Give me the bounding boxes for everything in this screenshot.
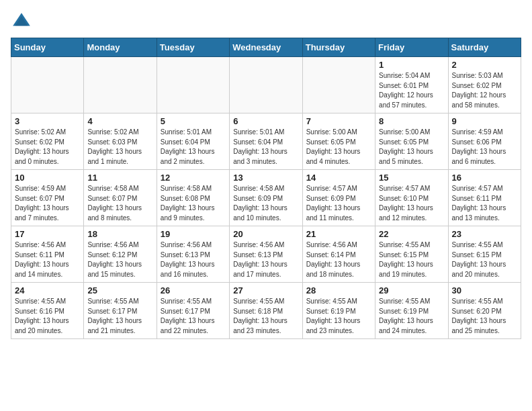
day-info: Sunrise: 4:55 AM Sunset: 6:19 PM Dayligh…: [379, 297, 444, 336]
day-number: 2: [452, 60, 517, 70]
calendar-cell: 28Sunrise: 4:55 AM Sunset: 6:19 PM Dayli…: [302, 283, 375, 339]
calendar-header-tuesday: Tuesday: [157, 38, 229, 57]
calendar-week-4: 17Sunrise: 4:56 AM Sunset: 6:11 PM Dayli…: [11, 226, 521, 283]
day-info: Sunrise: 5:02 AM Sunset: 6:02 PM Dayligh…: [15, 128, 80, 167]
calendar-header-monday: Monday: [84, 38, 157, 57]
day-info: Sunrise: 5:02 AM Sunset: 6:03 PM Dayligh…: [87, 128, 152, 167]
calendar-cell: 24Sunrise: 4:55 AM Sunset: 6:16 PM Dayli…: [11, 283, 84, 339]
day-info: Sunrise: 4:55 AM Sunset: 6:15 PM Dayligh…: [452, 240, 517, 279]
day-number: 12: [161, 173, 226, 183]
calendar-week-5: 24Sunrise: 4:55 AM Sunset: 6:16 PM Dayli…: [11, 283, 521, 339]
day-info: Sunrise: 4:56 AM Sunset: 6:12 PM Dayligh…: [87, 240, 152, 279]
day-number: 24: [15, 285, 80, 295]
logo-icon: [11, 11, 32, 32]
day-info: Sunrise: 4:56 AM Sunset: 6:13 PM Dayligh…: [233, 240, 298, 279]
calendar-cell: 13Sunrise: 4:58 AM Sunset: 6:09 PM Dayli…: [230, 170, 302, 226]
page-header: [11, 11, 521, 32]
day-number: 15: [379, 173, 444, 183]
day-info: Sunrise: 4:55 AM Sunset: 6:17 PM Dayligh…: [161, 297, 226, 336]
calendar-header-row: SundayMondayTuesdayWednesdayThursdayFrid…: [11, 38, 521, 57]
day-number: 8: [379, 116, 444, 126]
day-info: Sunrise: 4:59 AM Sunset: 6:06 PM Dayligh…: [452, 128, 517, 167]
day-number: 23: [452, 229, 517, 239]
calendar-header-friday: Friday: [375, 38, 448, 57]
calendar-cell: 23Sunrise: 4:55 AM Sunset: 6:15 PM Dayli…: [448, 226, 521, 283]
calendar-cell: 10Sunrise: 4:59 AM Sunset: 6:07 PM Dayli…: [11, 170, 84, 226]
calendar-cell: 1Sunrise: 5:04 AM Sunset: 6:01 PM Daylig…: [375, 57, 448, 113]
day-number: 6: [233, 116, 298, 126]
day-info: Sunrise: 4:56 AM Sunset: 6:11 PM Dayligh…: [15, 240, 80, 279]
calendar-header-saturday: Saturday: [448, 38, 521, 57]
calendar-cell: 27Sunrise: 4:55 AM Sunset: 6:18 PM Dayli…: [230, 283, 302, 339]
day-number: 14: [306, 173, 371, 183]
day-info: Sunrise: 4:55 AM Sunset: 6:15 PM Dayligh…: [379, 240, 444, 279]
calendar-header-sunday: Sunday: [11, 38, 84, 57]
day-info: Sunrise: 4:58 AM Sunset: 6:09 PM Dayligh…: [233, 184, 298, 223]
day-info: Sunrise: 4:55 AM Sunset: 6:20 PM Dayligh…: [452, 297, 517, 336]
day-info: Sunrise: 4:59 AM Sunset: 6:07 PM Dayligh…: [15, 184, 80, 223]
day-info: Sunrise: 4:55 AM Sunset: 6:17 PM Dayligh…: [87, 297, 152, 336]
day-number: 20: [233, 229, 298, 239]
calendar-cell: 6Sunrise: 5:01 AM Sunset: 6:04 PM Daylig…: [230, 113, 302, 170]
day-info: Sunrise: 5:00 AM Sunset: 6:05 PM Dayligh…: [379, 128, 444, 167]
day-number: 30: [452, 285, 517, 295]
day-number: 17: [15, 229, 80, 239]
calendar-cell: [11, 57, 84, 113]
calendar-cell: 4Sunrise: 5:02 AM Sunset: 6:03 PM Daylig…: [84, 113, 157, 170]
calendar-cell: 19Sunrise: 4:56 AM Sunset: 6:13 PM Dayli…: [157, 226, 229, 283]
day-info: Sunrise: 4:55 AM Sunset: 6:19 PM Dayligh…: [306, 297, 371, 336]
calendar-cell: 22Sunrise: 4:55 AM Sunset: 6:15 PM Dayli…: [375, 226, 448, 283]
calendar-table: SundayMondayTuesdayWednesdayThursdayFrid…: [11, 38, 521, 339]
calendar-cell: 8Sunrise: 5:00 AM Sunset: 6:05 PM Daylig…: [375, 113, 448, 170]
day-number: 4: [87, 116, 152, 126]
calendar-week-3: 10Sunrise: 4:59 AM Sunset: 6:07 PM Dayli…: [11, 170, 521, 226]
day-number: 21: [306, 229, 371, 239]
calendar-cell: 5Sunrise: 5:01 AM Sunset: 6:04 PM Daylig…: [157, 113, 229, 170]
calendar-cell: 14Sunrise: 4:57 AM Sunset: 6:09 PM Dayli…: [302, 170, 375, 226]
calendar-cell: 18Sunrise: 4:56 AM Sunset: 6:12 PM Dayli…: [84, 226, 157, 283]
day-info: Sunrise: 4:57 AM Sunset: 6:10 PM Dayligh…: [379, 184, 444, 223]
calendar-week-2: 3Sunrise: 5:02 AM Sunset: 6:02 PM Daylig…: [11, 113, 521, 170]
day-number: 26: [161, 285, 226, 295]
calendar-cell: 15Sunrise: 4:57 AM Sunset: 6:10 PM Dayli…: [375, 170, 448, 226]
day-number: 22: [379, 229, 444, 239]
day-number: 7: [306, 116, 371, 126]
day-number: 25: [87, 285, 152, 295]
calendar-cell: [84, 57, 157, 113]
day-number: 1: [379, 60, 444, 70]
day-number: 9: [452, 116, 517, 126]
calendar-cell: 29Sunrise: 4:55 AM Sunset: 6:19 PM Dayli…: [375, 283, 448, 339]
calendar-week-1: 1Sunrise: 5:04 AM Sunset: 6:01 PM Daylig…: [11, 57, 521, 113]
calendar-cell: 30Sunrise: 4:55 AM Sunset: 6:20 PM Dayli…: [448, 283, 521, 339]
calendar-cell: 9Sunrise: 4:59 AM Sunset: 6:06 PM Daylig…: [448, 113, 521, 170]
day-number: 18: [87, 229, 152, 239]
day-info: Sunrise: 4:57 AM Sunset: 6:11 PM Dayligh…: [452, 184, 517, 223]
calendar-cell: 11Sunrise: 4:58 AM Sunset: 6:07 PM Dayli…: [84, 170, 157, 226]
calendar-cell: [157, 57, 229, 113]
day-info: Sunrise: 5:01 AM Sunset: 6:04 PM Dayligh…: [161, 128, 226, 167]
calendar-cell: 21Sunrise: 4:56 AM Sunset: 6:14 PM Dayli…: [302, 226, 375, 283]
day-number: 19: [161, 229, 226, 239]
day-info: Sunrise: 4:58 AM Sunset: 6:07 PM Dayligh…: [87, 184, 152, 223]
calendar-header-thursday: Thursday: [302, 38, 375, 57]
day-info: Sunrise: 4:56 AM Sunset: 6:13 PM Dayligh…: [161, 240, 226, 279]
day-info: Sunrise: 5:04 AM Sunset: 6:01 PM Dayligh…: [379, 71, 444, 110]
day-number: 11: [87, 173, 152, 183]
calendar-cell: 16Sunrise: 4:57 AM Sunset: 6:11 PM Dayli…: [448, 170, 521, 226]
calendar-cell: 2Sunrise: 5:03 AM Sunset: 6:02 PM Daylig…: [448, 57, 521, 113]
day-number: 29: [379, 285, 444, 295]
day-info: Sunrise: 4:57 AM Sunset: 6:09 PM Dayligh…: [306, 184, 371, 223]
calendar-header-wednesday: Wednesday: [230, 38, 302, 57]
day-info: Sunrise: 4:56 AM Sunset: 6:14 PM Dayligh…: [306, 240, 371, 279]
day-number: 5: [161, 116, 226, 126]
logo: [11, 11, 35, 32]
day-info: Sunrise: 5:00 AM Sunset: 6:05 PM Dayligh…: [306, 128, 371, 167]
day-info: Sunrise: 4:55 AM Sunset: 6:18 PM Dayligh…: [233, 297, 298, 336]
day-number: 10: [15, 173, 80, 183]
day-info: Sunrise: 4:55 AM Sunset: 6:16 PM Dayligh…: [15, 297, 80, 336]
day-number: 27: [233, 285, 298, 295]
day-number: 28: [306, 285, 371, 295]
calendar-cell: [302, 57, 375, 113]
day-number: 16: [452, 173, 517, 183]
calendar-cell: 25Sunrise: 4:55 AM Sunset: 6:17 PM Dayli…: [84, 283, 157, 339]
